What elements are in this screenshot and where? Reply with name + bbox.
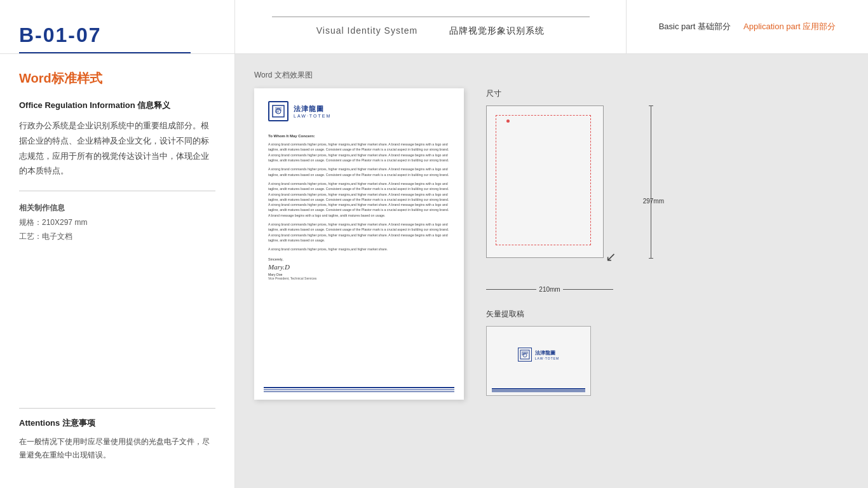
divider-1 bbox=[19, 191, 215, 191]
main-content: Word 文档效果图 bbox=[235, 54, 868, 488]
info-title: Office Regulation Information 信息释义 bbox=[19, 100, 215, 111]
section-title: Word标准样式 bbox=[19, 70, 215, 87]
header-center: Visual Identity System 品牌视觉形象识别系统 bbox=[235, 0, 627, 53]
dim-height-top-tick bbox=[649, 105, 653, 106]
doc-signature-area: Sincerely, Mary.D Mary Doe Vice Presiden… bbox=[268, 257, 450, 280]
doc-logo-icon bbox=[268, 101, 288, 121]
brand-system-text: 品牌视觉形象识别系统 bbox=[449, 25, 545, 37]
page-code: B-01-07 bbox=[19, 24, 102, 47]
doc-para-4: A strong brand commands higher prices, h… bbox=[268, 222, 450, 243]
doc-footer-line-1 bbox=[264, 387, 454, 388]
craft-label: 工艺：电子文档 bbox=[19, 231, 215, 242]
vector-footer-line-2 bbox=[492, 390, 585, 391]
doc-signature: Mary.D bbox=[268, 263, 450, 271]
dim-label: 尺寸 bbox=[486, 88, 849, 99]
svg-point-4 bbox=[276, 109, 281, 114]
doc-footer-lines bbox=[254, 387, 464, 395]
vector-footer-line-3 bbox=[492, 391, 585, 392]
svg-point-9 bbox=[523, 353, 527, 357]
dim-height-label: 297mm bbox=[643, 198, 664, 205]
doc-footer-line-3 bbox=[264, 391, 454, 392]
dim-width-arrow: 210mm bbox=[486, 286, 613, 293]
doc-para-5: A strong brand commands higher prices, h… bbox=[268, 247, 450, 252]
doc-para-1: A strong brand commands higher prices, h… bbox=[268, 142, 450, 163]
doc-para-2: A strong brand commands higher prices, h… bbox=[268, 166, 450, 177]
dim-height-line bbox=[651, 105, 651, 258]
vector-box: 法津龍圖 LAW·TOTEM bbox=[486, 326, 591, 396]
vector-logo-icon bbox=[518, 348, 532, 362]
vector-logo: 法津龍圖 LAW·TOTEM bbox=[518, 348, 559, 362]
production-label: 相关制作信息 bbox=[19, 203, 215, 214]
vector-section: 矢量提取稿 法津龍圖 bbox=[486, 309, 849, 471]
header-right: Basic part 基础部分 Application part 应用部分 bbox=[627, 0, 868, 53]
doc-logo-sub: LAW·TOTEM bbox=[294, 114, 331, 118]
doc-signer-title: Vice President, Technical Services bbox=[268, 276, 450, 280]
dimensions-section: 尺寸 ↙ 210mm bbox=[486, 88, 849, 296]
doc-sincerely: Sincerely, bbox=[268, 257, 450, 261]
vector-logo-text: 法津龍圖 LAW·TOTEM bbox=[535, 349, 559, 360]
header: B-01-07 Visual Identity System 品牌视觉形象识别系… bbox=[0, 0, 868, 54]
basic-part-text: Basic part 基础部分 bbox=[659, 21, 731, 32]
word-preview-label: Word 文档效果图 bbox=[254, 70, 849, 81]
vis-system-text: Visual Identity System bbox=[316, 25, 417, 37]
vector-footer-line-1 bbox=[492, 388, 585, 390]
vector-logo-sub: LAW·TOTEM bbox=[535, 356, 559, 360]
dim-cursor-icon: ↙ bbox=[606, 249, 616, 264]
doc-logo-main: 法津龍圖 bbox=[294, 104, 331, 114]
attentions-text: 在一般情况下使用时应尽量使用提供的光盘电子文件，尽量避免在重绘中出现错误。 bbox=[19, 435, 215, 463]
doc-logo-text: 法津龍圖 LAW·TOTEM bbox=[294, 104, 331, 118]
attentions-divider bbox=[19, 408, 215, 409]
dim-height-bottom-tick bbox=[649, 258, 653, 259]
header-left: B-01-07 bbox=[0, 0, 235, 53]
vector-footer bbox=[487, 388, 590, 392]
size-label: 规格：210X297 mm bbox=[19, 217, 215, 228]
vector-logo-main: 法津龍圖 bbox=[535, 349, 559, 356]
doc-footer-line-2 bbox=[264, 390, 454, 390]
word-doc-container: 法津龍圖 LAW·TOTEM To Whom It May Concern: A… bbox=[254, 88, 470, 471]
info-desc: 行政办公系统是企业识别系统中的重要组成部分。根据企业的特点、企业精神及企业文化，… bbox=[19, 119, 215, 179]
attentions-section: Attentions 注意事项 在一般情况下使用时应尽量使用提供的光盘电子文件，… bbox=[19, 408, 215, 463]
doc-para-3: A strong brand commands higher prices, h… bbox=[268, 181, 450, 218]
dim-width-label: 210mm bbox=[536, 286, 562, 293]
content-grid: 法津龍圖 LAW·TOTEM To Whom It May Concern: A… bbox=[254, 88, 849, 471]
svg-rect-0 bbox=[273, 105, 284, 117]
left-sidebar: Word标准样式 Office Regulation Information 信… bbox=[0, 54, 235, 488]
dim-inner-box bbox=[496, 115, 591, 245]
right-info: 尺寸 ↙ 210mm bbox=[486, 88, 849, 471]
app-part-text: Application part 应用部分 bbox=[743, 21, 836, 32]
doc-logo-area: 法津龍圖 LAW·TOTEM bbox=[268, 101, 450, 126]
dim-red-dot bbox=[506, 119, 510, 123]
word-document: 法津龍圖 LAW·TOTEM To Whom It May Concern: A… bbox=[254, 88, 464, 400]
vector-label: 矢量提取稿 bbox=[486, 309, 849, 320]
attentions-title: Attentions 注意事项 bbox=[19, 417, 215, 429]
doc-salutation: To Whom It May Concern: bbox=[268, 134, 450, 138]
